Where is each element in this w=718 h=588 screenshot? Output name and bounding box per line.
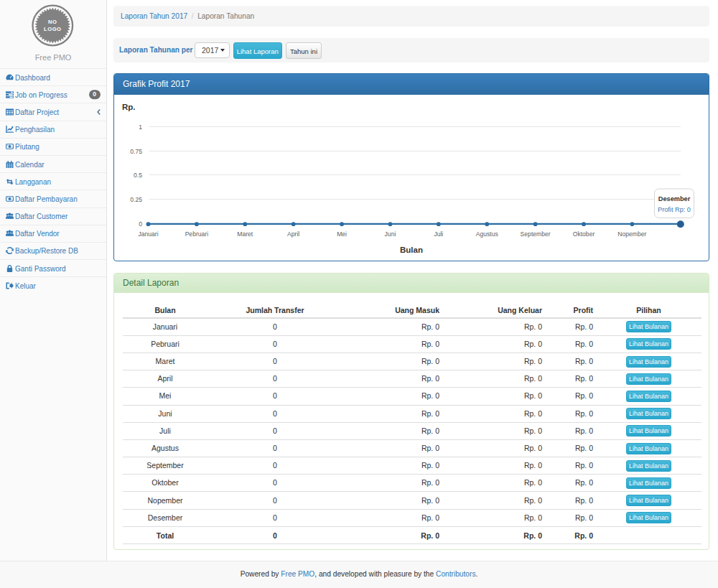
svg-text:0.5: 0.5 xyxy=(134,171,142,178)
svg-text:Desember: Desember xyxy=(658,195,691,202)
svg-text:Mei: Mei xyxy=(337,230,347,238)
svg-text:Maret: Maret xyxy=(237,230,253,238)
svg-text:Juni: Juni xyxy=(385,230,396,238)
svg-text:0: 0 xyxy=(139,220,142,227)
svg-text:April: April xyxy=(287,230,299,238)
svg-text:0.75: 0.75 xyxy=(130,147,142,154)
svg-text:Rp.: Rp. xyxy=(122,103,136,111)
svg-text:0.25: 0.25 xyxy=(130,195,142,202)
svg-text:Juli: Juli xyxy=(434,230,443,238)
svg-text:September: September xyxy=(521,230,551,238)
svg-text:NO: NO xyxy=(48,19,57,25)
svg-text:Pebruari: Pebruari xyxy=(185,230,209,238)
svg-text:Oktober: Oktober xyxy=(573,230,595,238)
svg-text:Januari: Januari xyxy=(138,230,158,238)
svg-text:Profit Rp: 0: Profit Rp: 0 xyxy=(658,205,691,213)
svg-text:Nopember: Nopember xyxy=(617,230,646,238)
svg-text:Bulan: Bulan xyxy=(400,245,423,253)
svg-text:LOGO: LOGO xyxy=(44,26,61,32)
svg-text:Agustus: Agustus xyxy=(476,230,498,238)
svg-text:1: 1 xyxy=(139,123,142,130)
